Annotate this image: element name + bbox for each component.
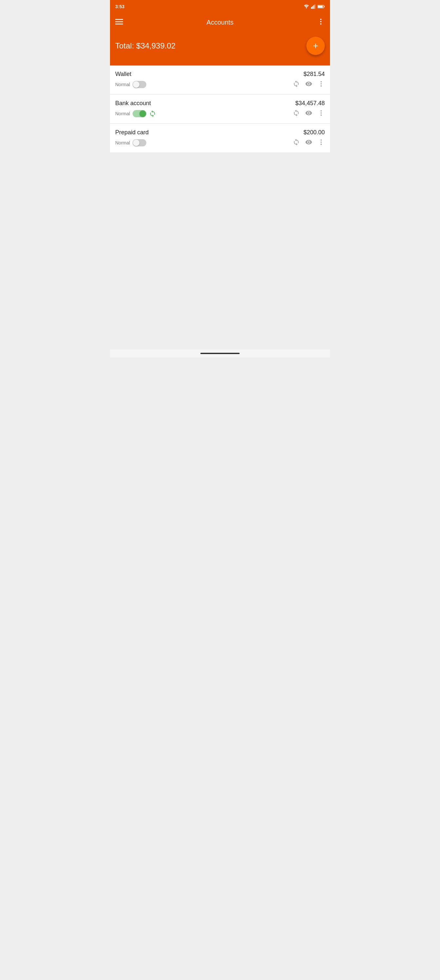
svg-rect-6 bbox=[324, 6, 324, 7]
page-title: Accounts bbox=[206, 19, 234, 26]
account-card-wallet: Wallet $281.54 Normal bbox=[110, 65, 330, 94]
svg-rect-1 bbox=[311, 7, 312, 9]
svg-point-21 bbox=[321, 142, 322, 143]
account-type-prepaid: Normal bbox=[115, 140, 130, 145]
visibility-icon-bank bbox=[305, 110, 312, 117]
total-header: Total: $34,939.02 + bbox=[110, 32, 330, 65]
sync-button-wallet[interactable] bbox=[293, 80, 300, 89]
empty-content-area bbox=[110, 153, 330, 350]
visibility-icon-prepaid bbox=[305, 138, 312, 146]
visibility-button-bank[interactable] bbox=[305, 110, 312, 118]
toggle-thumb-bank bbox=[140, 110, 146, 117]
account-left-prepaid: Normal bbox=[115, 139, 146, 146]
sync-button-prepaid[interactable] bbox=[293, 138, 300, 147]
svg-point-18 bbox=[321, 112, 322, 114]
visibility-button-wallet[interactable] bbox=[305, 80, 312, 89]
account-actions-wallet bbox=[293, 80, 325, 89]
sync-icon-wallet bbox=[293, 80, 300, 88]
account-actions-prepaid bbox=[293, 138, 325, 147]
account-name-bank: Bank account bbox=[115, 100, 151, 107]
more-options-icon bbox=[317, 18, 325, 25]
app-bar: Accounts bbox=[110, 13, 330, 32]
more-icon-bank bbox=[318, 110, 325, 117]
account-card-prepaid: Prepaid card $200.00 Normal bbox=[110, 124, 330, 152]
visibility-icon-wallet bbox=[305, 80, 312, 88]
sync-icon-bank bbox=[293, 110, 300, 117]
status-time: 3:53 bbox=[115, 4, 124, 9]
toggle-thumb-prepaid bbox=[133, 140, 140, 146]
navigation-bar bbox=[110, 350, 330, 357]
svg-rect-2 bbox=[312, 6, 313, 9]
svg-rect-9 bbox=[115, 21, 123, 22]
account-balance-bank: $34,457.48 bbox=[295, 100, 325, 107]
svg-point-0 bbox=[306, 8, 307, 8]
svg-rect-3 bbox=[313, 5, 314, 9]
status-bar: 3:53 bbox=[110, 0, 330, 13]
visibility-button-prepaid[interactable] bbox=[305, 138, 312, 147]
menu-icon bbox=[115, 18, 123, 25]
hamburger-button[interactable] bbox=[115, 18, 123, 27]
account-toggle-prepaid[interactable] bbox=[133, 139, 146, 146]
account-toggle-bank[interactable] bbox=[133, 110, 146, 117]
svg-point-16 bbox=[321, 86, 322, 87]
account-left-bank: Normal bbox=[115, 110, 156, 117]
svg-point-11 bbox=[320, 19, 321, 20]
more-button-wallet[interactable] bbox=[318, 80, 325, 89]
home-indicator bbox=[200, 353, 240, 354]
toggle-thumb-wallet bbox=[133, 81, 140, 88]
status-icons bbox=[304, 4, 325, 9]
account-balance-wallet: $281.54 bbox=[303, 71, 325, 78]
svg-point-13 bbox=[320, 23, 321, 25]
svg-point-17 bbox=[321, 110, 322, 112]
more-icon-wallet bbox=[318, 80, 325, 88]
add-account-button[interactable]: + bbox=[307, 37, 325, 55]
sync-button-bank[interactable] bbox=[293, 110, 300, 118]
account-name-wallet: Wallet bbox=[115, 71, 131, 78]
account-name-prepaid: Prepaid card bbox=[115, 129, 149, 136]
wifi-icon bbox=[304, 5, 309, 8]
svg-rect-8 bbox=[115, 19, 123, 20]
svg-point-19 bbox=[321, 115, 322, 116]
more-options-button[interactable] bbox=[317, 18, 325, 27]
account-type-wallet: Normal bbox=[115, 82, 130, 87]
sync-icon-prepaid bbox=[293, 138, 300, 146]
sync-badge-icon-bank bbox=[149, 110, 156, 117]
svg-point-14 bbox=[321, 81, 322, 83]
account-left-wallet: Normal bbox=[115, 81, 146, 88]
account-actions-bank bbox=[293, 110, 325, 118]
svg-rect-7 bbox=[318, 6, 323, 8]
more-button-prepaid[interactable] bbox=[318, 138, 325, 147]
account-balance-prepaid: $200.00 bbox=[303, 129, 325, 136]
more-icon-prepaid bbox=[318, 138, 325, 146]
svg-rect-4 bbox=[315, 4, 316, 9]
svg-point-20 bbox=[321, 140, 322, 141]
accounts-list: Wallet $281.54 Normal bbox=[110, 65, 330, 152]
account-type-bank: Normal bbox=[115, 111, 130, 116]
total-amount: Total: $34,939.02 bbox=[115, 41, 175, 51]
svg-point-15 bbox=[321, 83, 322, 84]
signal-icon bbox=[311, 4, 316, 9]
account-card-bank: Bank account $34,457.48 Normal bbox=[110, 95, 330, 123]
svg-rect-10 bbox=[115, 24, 123, 25]
more-button-bank[interactable] bbox=[318, 110, 325, 118]
account-toggle-wallet[interactable] bbox=[133, 81, 146, 88]
add-icon: + bbox=[313, 41, 318, 51]
svg-point-22 bbox=[321, 144, 322, 145]
svg-point-12 bbox=[320, 21, 321, 22]
battery-icon bbox=[318, 5, 325, 8]
